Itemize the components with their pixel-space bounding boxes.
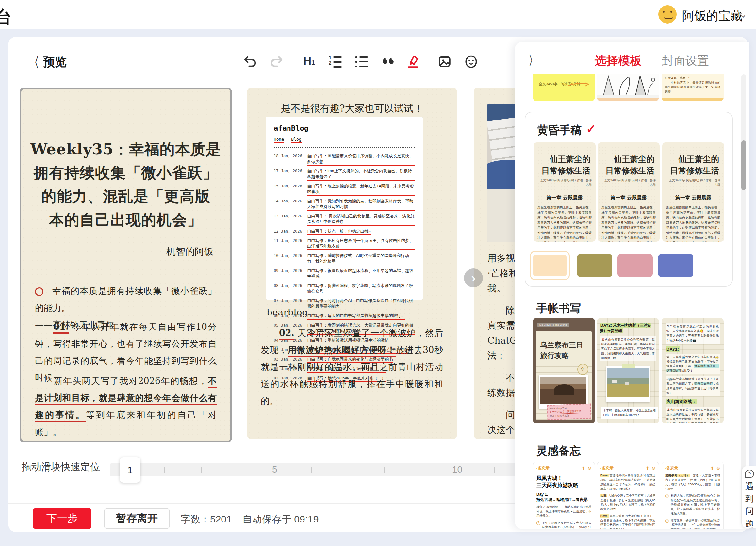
template-teaser-yellow[interactable]: 全文3450字 | 阅读需8分钟 xyxy=(533,75,595,101)
blog-divider xyxy=(274,147,415,148)
section-title: 灵感备忘 xyxy=(536,443,581,458)
blog-entry: 17 Jan, 2026自由写作：ima上下文挺深的、不让杂念内耗自己、积极转念… xyxy=(274,169,415,181)
tab-select-template[interactable]: 选择模板 xyxy=(595,53,642,69)
color-swatch-olive[interactable] xyxy=(577,254,612,277)
template-option-2[interactable]: 仙王萧尘的日常修炼生活 全文3480字 阅读需8分钟 / 作者：咎许大疑 第一章… xyxy=(598,142,660,242)
blog-nav-blog: Blog xyxy=(291,137,301,143)
color-swatch-cream xyxy=(533,255,567,276)
avatar[interactable] xyxy=(658,5,677,24)
journal-template-2[interactable]: DAY2: 禾木➡喀纳斯（三湾徒步）➡贾登峪 🌋火山公园要关注公众号买自驾票，每… xyxy=(597,318,659,423)
sketch-illustration xyxy=(597,75,659,95)
memo-template-1[interactable]: ‹ 备忘录⬆⊖ 凤凰古城！三天两夜旅游攻略 Day 1.抵达古城→逛吃沱江→看夜… xyxy=(533,462,595,529)
blog-screenshot: afanBlog HomeBlog 18 Jan, 2026自由写作：高能量带来… xyxy=(266,117,423,300)
memo-template-3[interactable]: ‹ 备忘录⬆⊖ 消费参考（人均）：交通（大交通＋古城内）200-300元，住宿（… xyxy=(662,462,724,529)
color-swatch-pink[interactable] xyxy=(617,254,653,277)
article-author: 机智的阿饭 xyxy=(21,245,214,258)
blog-entry: 14 Jan, 2026自由写作：觉知到引发烦躁的点、把即刻当素材库发、帮助大家… xyxy=(274,199,415,211)
teaser-strip xyxy=(597,98,659,101)
tab-cover-settings[interactable]: 封面设置 xyxy=(662,53,709,69)
template-teaser-novel[interactable]: 行太老套，重写。” 小林欲言又止，最终还是把咖啡放的香气在密闭的录音棚里弥漫开来… xyxy=(662,75,724,101)
slider-tick xyxy=(384,467,385,473)
template-option-3[interactable]: 仙王萧尘的日常修炼生活 全文3480字 阅读需8分钟 / 作者：咎许大疑 第一章… xyxy=(662,142,724,242)
slider-tick xyxy=(201,467,202,473)
share-icon: ⬆ xyxy=(646,466,649,471)
checkbox-icon: ✓ xyxy=(665,519,669,523)
article-title: Weekly35：幸福的本质是 拥有持续收集「微小雀跃」 的能力、混乱是「更高版… xyxy=(21,138,230,232)
slider-label: 拖动滑块快速定位 xyxy=(22,460,100,474)
undo-icon[interactable] xyxy=(243,54,258,69)
blog-nav-home: Home xyxy=(274,137,284,143)
blog-entry: 13 Jan, 2026自由写作： 再次清晰自己的北极星、灵感纷至沓来、演化总是… xyxy=(274,214,415,226)
avatar-eye xyxy=(663,11,665,13)
help-button[interactable]: ? 遇 到 问 题 xyxy=(742,466,756,528)
color-swatch-selected[interactable] xyxy=(530,251,570,280)
slider-tick xyxy=(164,467,165,473)
blog-entry: 11 Jan, 2026自由写作：把所有日志放到一个页面里、具有攻击性的梦、出汗… xyxy=(274,238,415,250)
section-title: 黄昏手稿 xyxy=(537,123,582,138)
memo-template-2[interactable]: ‹ 备忘录⬆⊖ Dave: 首选飞到张家界荷花机场/怀化芷江机场，再转高铁到“凤… xyxy=(597,462,659,529)
avatar-smile xyxy=(663,12,674,19)
plan-sticker: [Plan of My Trip] 全文共3450字，阅读需8分钟 作者：公路不… xyxy=(547,404,591,420)
template-panel: 〉 选择模板 封面设置 全文3450字 | 阅读需8分钟 行太老套，重写。” 小… xyxy=(515,42,749,529)
card2-caption: bearblog xyxy=(267,307,308,318)
article-paragraph-2: 新年头两天写了我对2026年的畅想，不是计划和目标，就是肆意的想今年会做什么有趣… xyxy=(35,372,217,440)
quote-bullet-icon xyxy=(35,287,43,296)
panel-scrollbar-thumb[interactable] xyxy=(741,141,746,190)
question-bubble-icon: ? xyxy=(745,470,754,478)
journal-template-1[interactable]: [Be Brave To The World] 乌兰察布三日 旅行攻略 ✈ [P… xyxy=(533,318,595,423)
grassland-photo xyxy=(606,366,650,402)
image-icon[interactable] xyxy=(437,54,452,69)
checkbox-icon: ✓ xyxy=(536,521,540,525)
section-dusk-manuscript: 黄昏手稿 ✓ 仙王萧尘的日常修炼生活 全文3480字 阅读需8分钟 / 作者：咎… xyxy=(525,112,733,287)
selected-check-icon: ✓ xyxy=(586,122,596,136)
preview-card-2[interactable]: 是不是很有趣?大家也可以试试！ afanBlog HomeBlog 18 Jan… xyxy=(247,88,457,439)
chevron-down-icon[interactable]: ⌄ xyxy=(739,8,747,20)
toolbar-divider xyxy=(433,54,433,70)
airplane-sticker-icon: ✈ xyxy=(577,364,588,375)
card2-paragraph: 02. 天冷后家里添置了一个微波炉，然后发现，用微波炉热水喝好方便呀！放进去30… xyxy=(261,324,443,409)
section-title: 手帐书写 xyxy=(536,301,581,316)
carousel-next-button[interactable]: › xyxy=(464,269,483,287)
template-option-1[interactable]: 仙王萧尘的日常修炼生活 全文3480字 阅读需8分钟 / 作者：咎许大疑 第一章… xyxy=(534,142,596,242)
blog-entry: 08 Jan, 2026自由写作：折腾AI编程、数字花园、写流水账的选题发了极简… xyxy=(274,283,415,295)
toolbar-divider xyxy=(296,54,296,70)
ordered-list-icon[interactable]: 12 xyxy=(328,54,343,69)
journal-template-3[interactable]: 乌兰察布简直是北京打工人的世外桃源，人少离得近风景还美😋，周末出游不要太合适了，… xyxy=(662,318,724,423)
redo-icon xyxy=(269,54,284,69)
page-title: 预览 xyxy=(43,54,67,70)
template-teaser-sketch[interactable] xyxy=(597,75,659,101)
more-icon: ⊖ xyxy=(652,466,655,471)
slider-mark-10: 10 xyxy=(452,464,462,475)
emoji-icon[interactable] xyxy=(464,54,479,69)
slider-tick xyxy=(421,467,421,473)
blockquote-icon[interactable] xyxy=(380,54,395,69)
app-logo: 台 xyxy=(0,6,12,29)
slider-tick xyxy=(494,467,495,473)
preview-card-1[interactable]: Weekly35：幸福的本质是 拥有持续收集「微小雀跃」 的能力、混乱是「更高版… xyxy=(20,88,232,442)
collapse-panel-icon[interactable]: 〉 xyxy=(529,52,538,70)
word-count: 字数：5201 xyxy=(181,513,232,526)
user-name[interactable]: 阿饭的宝藏 xyxy=(682,8,743,24)
app: 台 阿饭的宝藏 ⌄ 〈 预览 H1 12 Weekly35 xyxy=(0,0,756,546)
heading1-icon[interactable]: H1 xyxy=(302,54,317,69)
color-swatch-blue[interactable] xyxy=(658,254,693,277)
bullet-list-icon[interactable] xyxy=(354,54,369,69)
more-icon: ⊖ xyxy=(716,466,720,471)
slider-mark-5: 5 xyxy=(272,464,277,475)
checkbox-icon: ✓ xyxy=(665,494,669,498)
arrow-doodle-icon xyxy=(567,82,590,88)
blog-nav: HomeBlog xyxy=(274,137,415,142)
page-slider-thumb[interactable]: 1 xyxy=(120,457,140,483)
blog-entry: 18 Jan, 2026自由写作：高能量带来价值排序调整、不内耗成长是真快、多做… xyxy=(274,154,415,166)
slider-tick xyxy=(348,467,348,473)
blog-entry: 15 Jan, 2026自由写作：晚上烦躁的根源、新年过去14回顾、未来要考虑的… xyxy=(274,184,415,196)
top-bar: 台 阿饭的宝藏 ⌄ xyxy=(0,0,756,29)
back-icon[interactable]: 〈 xyxy=(30,54,39,72)
next-step-button[interactable]: 下一步 xyxy=(33,508,91,529)
blog-entry: 09 Jan, 2026自由写作：很喜欢最近的起床流程、不用早起的幸福、超级幸福… xyxy=(274,268,415,280)
share-icon: ⬆ xyxy=(582,466,585,471)
highlighter-icon[interactable] xyxy=(405,54,420,69)
save-and-leave-button[interactable]: 暂存离开 xyxy=(104,508,170,529)
blog-entry: 10 Jan, 2026自由写作：睡前拉伸仪式、AI时代最重要的是降噪和行动力、… xyxy=(274,253,415,265)
card2-heading: 是不是很有趣?大家也可以试试！ xyxy=(247,102,457,115)
